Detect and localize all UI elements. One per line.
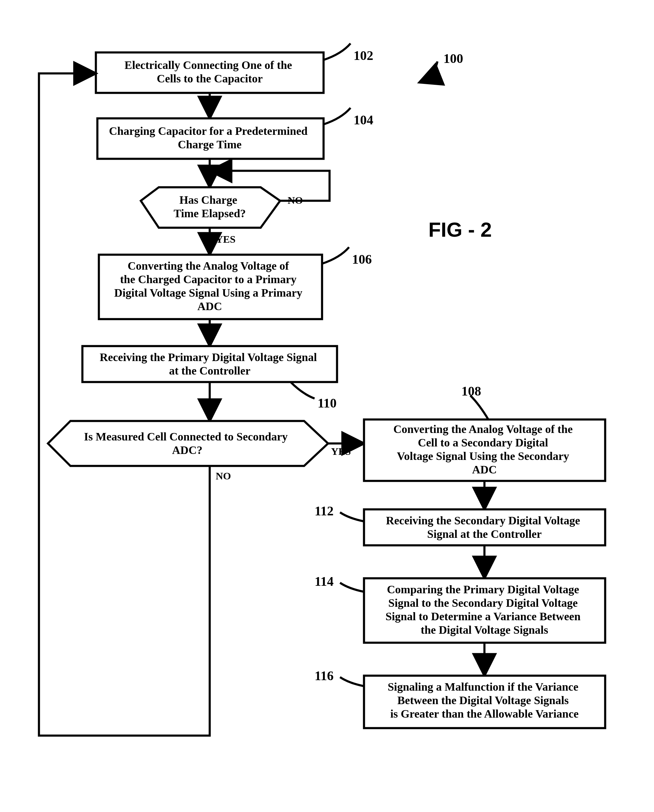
decision-adc-yes: YES: [331, 446, 351, 457]
step-108: Converting the Analog Voltage of the Cel…: [364, 419, 605, 481]
reference-106: 106: [322, 247, 372, 267]
reference-114: 114: [315, 574, 364, 592]
decision-charge-line1: Has Charge: [179, 194, 237, 206]
reference-112: 112: [315, 504, 364, 521]
step-104-line2: Charge Time: [178, 138, 242, 151]
step-108-line3: Voltage Signal Using the Secondary: [397, 450, 569, 462]
figure-label: FIG - 2: [428, 218, 492, 241]
step-102-line2: Cells to the Capacitor: [157, 72, 263, 85]
reference-110: 110: [290, 382, 337, 410]
step-108-line2: Cell to a Secondary Digital: [418, 436, 548, 449]
step-102-line1: Electrically Connecting One of the: [125, 59, 292, 71]
reference-104-label: 104: [353, 113, 373, 127]
reference-110-label: 110: [318, 396, 337, 410]
step-108-line4: ADC: [472, 463, 497, 476]
step-104-line1: Charging Capacitor for a Predetermined: [109, 125, 308, 137]
step-106-line4: ADC: [197, 300, 222, 312]
reference-116: 116: [315, 668, 364, 686]
step-112-line1: Receiving the Secondary Digital Voltage: [386, 514, 580, 527]
step-114-line4: the Digital Voltage Signals: [421, 624, 548, 636]
reference-114-label: 114: [315, 574, 334, 589]
step-116: Signaling a Malfunction if the Variance …: [364, 676, 605, 728]
decision-adc-line2: ADC?: [172, 444, 202, 456]
decision-adc-yes-path: YES: [328, 443, 364, 457]
step-114-line1: Comparing the Primary Digital Voltage: [387, 583, 579, 596]
reference-102: 102: [324, 43, 373, 63]
step-106: Converting the Analog Voltage of the Cha…: [99, 255, 322, 319]
decision-charge-line2: Time Elapsed?: [173, 207, 246, 220]
reference-112-label: 112: [315, 504, 334, 518]
reference-106-label: 106: [352, 252, 372, 267]
reference-108: 108: [461, 384, 488, 419]
step-112: Receiving the Secondary Digital Voltage …: [364, 509, 605, 545]
decision-charge-yes: YES: [216, 234, 235, 245]
reference-100: 100: [419, 51, 463, 83]
decision-adc-line1: Is Measured Cell Connected to Secondary: [84, 430, 287, 443]
reference-116-label: 116: [315, 668, 334, 683]
step-116-line1: Signaling a Malfunction if the Variance: [388, 680, 579, 693]
reference-102-label: 102: [353, 48, 373, 63]
step-104: Charging Capacitor for a Predetermined C…: [97, 118, 324, 159]
decision-adc-no: NO: [216, 470, 231, 482]
step-106-line3: Digital Voltage Signal Using a Primary: [114, 286, 302, 299]
step-114-line3: Signal to Determine a Variance Between: [385, 610, 581, 622]
step-114: Comparing the Primary Digital Voltage Si…: [364, 578, 605, 643]
step-114-line2: Signal to the Secondary Digital Voltage: [388, 596, 578, 609]
step-110-line1: Receiving the Primary Digital Voltage Si…: [100, 351, 317, 364]
svg-marker-11: [48, 421, 328, 466]
step-106-line1: Converting the Analog Voltage of: [128, 260, 289, 272]
step-110-line2: at the Controller: [169, 364, 251, 377]
step-116-line2: Between the Digital Voltage Signals: [397, 694, 568, 706]
step-108-line1: Converting the Analog Voltage of the: [393, 423, 573, 435]
decision-charge-time: Has Charge Time Elapsed?: [141, 187, 280, 228]
reference-104: 104: [324, 108, 373, 127]
step-106-line2: the Charged Capacitor to a Primary: [120, 273, 296, 286]
step-112-line2: Signal at the Controller: [427, 528, 542, 540]
svg-text:Signaling a Malfunction if the: Signaling a Malfunction if the Variance …: [388, 680, 581, 720]
decision-adc-no-path: NO: [39, 73, 231, 736]
step-116-line3: is Greater than the Allowable Variance: [390, 707, 579, 720]
decision-charge-yes-path: YES: [210, 228, 235, 255]
reference-100-label: 100: [443, 51, 463, 66]
decision-secondary-adc: Is Measured Cell Connected to Secondary …: [48, 421, 328, 466]
step-110: Receiving the Primary Digital Voltage Si…: [83, 346, 337, 382]
reference-108-label: 108: [461, 384, 481, 399]
step-102: Electrically Connecting One of the Cells…: [96, 52, 324, 93]
